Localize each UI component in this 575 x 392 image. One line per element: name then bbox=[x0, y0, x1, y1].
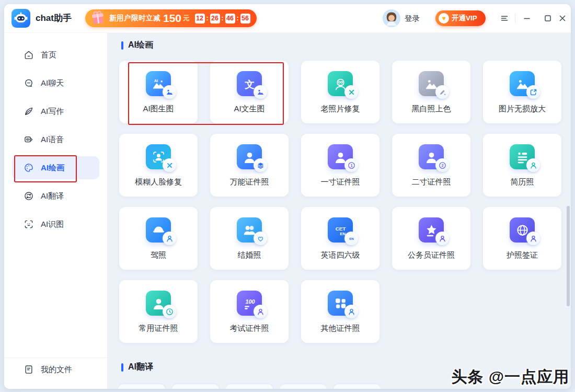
sidebar-item-chat[interactable]: AI聊天 bbox=[12, 72, 99, 95]
feature-card-label: 图片无损放大 bbox=[499, 104, 546, 114]
one-badge-icon: 1 bbox=[344, 158, 358, 172]
svg-text:EN: EN bbox=[349, 237, 354, 240]
feature-card[interactable]: 结婚照 bbox=[210, 207, 289, 270]
sidebar-item-label: AI翻译 bbox=[41, 191, 64, 201]
home-icon bbox=[24, 50, 34, 60]
feature-card[interactable]: 万能证件照 bbox=[210, 134, 289, 197]
en-badge-icon: EN bbox=[344, 232, 358, 245]
two-badge-icon: 2 bbox=[435, 158, 449, 172]
promo-text: 新用户限时立减 bbox=[109, 14, 160, 23]
close-icon[interactable] bbox=[558, 14, 567, 22]
feature-card[interactable]: 常用证件照 bbox=[119, 280, 198, 343]
feature-card-label: 其他证件照 bbox=[321, 324, 360, 333]
svg-text:2: 2 bbox=[441, 163, 443, 168]
sidebar-item-palette[interactable]: AI绘画 bbox=[12, 156, 99, 179]
countdown-digit: 12 bbox=[195, 14, 205, 24]
feature-card[interactable]: AIAI图生图 bbox=[119, 61, 198, 123]
feature-card[interactable]: 公务员证件照 bbox=[392, 207, 470, 270]
partial-card[interactable] bbox=[226, 384, 273, 389]
pen-icon bbox=[24, 106, 34, 117]
feature-card[interactable]: 图片无损放大 bbox=[483, 61, 561, 123]
person-badge-icon bbox=[526, 158, 540, 172]
feature-card-label: 考试证件照 bbox=[230, 324, 269, 333]
feature-card-label: 老照片修复 bbox=[321, 104, 360, 114]
sidebar-item-label: AI识图 bbox=[41, 220, 64, 229]
scrollbar-thumb[interactable] bbox=[567, 206, 570, 306]
sidebar-item-scan[interactable]: AI识图 bbox=[12, 213, 99, 236]
feature-card[interactable]: 1一寸证件照 bbox=[301, 134, 380, 197]
sidebar-item-my-files[interactable]: 我的文件 bbox=[12, 358, 99, 381]
feature-card[interactable]: 文AI文生图 bbox=[210, 61, 289, 123]
person-badge-icon bbox=[526, 232, 540, 245]
partial-card[interactable] bbox=[172, 384, 219, 389]
maximize-icon[interactable] bbox=[544, 14, 552, 22]
promo-banner[interactable]: 新用户限时立减 150 元 12:26:46:56 bbox=[85, 9, 257, 27]
voice-icon bbox=[24, 134, 34, 145]
countdown-digit: 56 bbox=[240, 14, 250, 24]
sidebar-item-home[interactable]: 首页 bbox=[12, 43, 99, 66]
feature-card[interactable]: 老照片修复 bbox=[301, 61, 380, 123]
countdown-digit: 26 bbox=[210, 14, 220, 24]
paint-badge-icon bbox=[435, 85, 449, 99]
sidebar-item-translate[interactable]: AI翻译 bbox=[12, 185, 99, 207]
sidebar: 首页AI聊天AI写作AI语音AI绘画AI翻译AI识图 我的文件 bbox=[4, 33, 107, 389]
sidebar-item-label: AI聊天 bbox=[41, 78, 64, 88]
feature-card[interactable]: 驾照 bbox=[119, 207, 198, 270]
avatar[interactable] bbox=[383, 9, 400, 27]
feature-card-label: 结婚照 bbox=[238, 250, 261, 260]
expand-badge-icon bbox=[526, 85, 540, 99]
section-accent-bar bbox=[121, 363, 123, 372]
title-bar: chat助手 新用户限时立减 150 元 12:26:46:56 bbox=[4, 4, 571, 33]
sidebar-item-label: AI语音 bbox=[41, 135, 64, 145]
layers-badge-icon bbox=[254, 158, 267, 172]
chat-icon bbox=[24, 78, 34, 88]
sidebar-nav: 首页AI聊天AI写作AI语音AI绘画AI翻译AI识图 bbox=[4, 43, 107, 236]
feature-card-label: 万能证件照 bbox=[230, 177, 269, 187]
feature-card[interactable]: CETENEN英语四六级 bbox=[301, 207, 380, 270]
partial-card[interactable] bbox=[280, 384, 327, 389]
partial-card[interactable] bbox=[118, 384, 165, 389]
svg-text:文: 文 bbox=[244, 78, 255, 89]
palette-icon bbox=[24, 163, 34, 173]
feature-card-label: AI文生图 bbox=[234, 104, 264, 114]
scan-icon bbox=[24, 219, 34, 229]
sidebar-item-label: AI绘画 bbox=[41, 163, 64, 173]
person-badge-icon bbox=[435, 232, 449, 245]
feature-card[interactable]: 100考试证件照 bbox=[210, 280, 289, 343]
feature-card-label: 二寸证件照 bbox=[412, 177, 451, 187]
sidebar-item-pen[interactable]: AI写作 bbox=[12, 100, 99, 123]
svg-text:AI: AI bbox=[154, 78, 157, 83]
feature-card[interactable]: 2二寸证件照 bbox=[392, 134, 470, 197]
feature-card-label: 驾照 bbox=[151, 250, 166, 260]
wrench-badge-icon bbox=[163, 158, 176, 172]
feature-card-label: AI图生图 bbox=[143, 104, 174, 114]
svg-text:CET: CET bbox=[335, 226, 346, 232]
feature-card[interactable]: 护照签证 bbox=[483, 207, 561, 270]
feature-card[interactable]: 其他证件照 bbox=[301, 280, 380, 343]
feature-card-label: 英语四六级 bbox=[321, 250, 360, 260]
sidebar-item-label: AI写作 bbox=[41, 107, 64, 117]
partial-card[interactable] bbox=[334, 384, 381, 389]
menu-icon[interactable] bbox=[500, 14, 509, 22]
translate-icon bbox=[24, 191, 34, 201]
main-content: AI绘画 AIAI图生图文AI文生图老照片修复黑白照上色图片无损放大模糊人脸修复… bbox=[107, 33, 571, 389]
app-title: chat助手 bbox=[36, 4, 72, 32]
person-badge-icon bbox=[254, 305, 267, 318]
app-logo-robot-icon bbox=[12, 9, 30, 28]
login-button[interactable]: 登录 bbox=[405, 4, 420, 32]
svg-text:1: 1 bbox=[350, 163, 352, 168]
sidebar-item-label: 首页 bbox=[41, 50, 56, 60]
countdown-digit: 46 bbox=[225, 14, 235, 24]
feature-card-label: 一寸证件照 bbox=[321, 177, 360, 187]
feature-grid: AIAI图生图文AI文生图老照片修复黑白照上色图片无损放大模糊人脸修复万能证件照… bbox=[119, 61, 561, 343]
vip-button[interactable]: ♥ 开通VIP bbox=[435, 10, 486, 26]
feature-card[interactable]: 简历照 bbox=[483, 134, 561, 197]
feature-card[interactable]: 黑白照上色 bbox=[392, 61, 470, 123]
sidebar-item-voice[interactable]: AI语音 bbox=[12, 128, 99, 151]
feature-card-label: 模糊人脸修复 bbox=[135, 177, 182, 187]
feature-card[interactable]: 模糊人脸修复 bbox=[119, 134, 198, 197]
sidebar-item-label: 我的文件 bbox=[41, 365, 72, 375]
minimize-icon[interactable] bbox=[523, 14, 531, 22]
app-window: chat助手 新用户限时立减 150 元 12:26:46:56 bbox=[0, 0, 575, 392]
person-badge-icon bbox=[344, 305, 358, 318]
